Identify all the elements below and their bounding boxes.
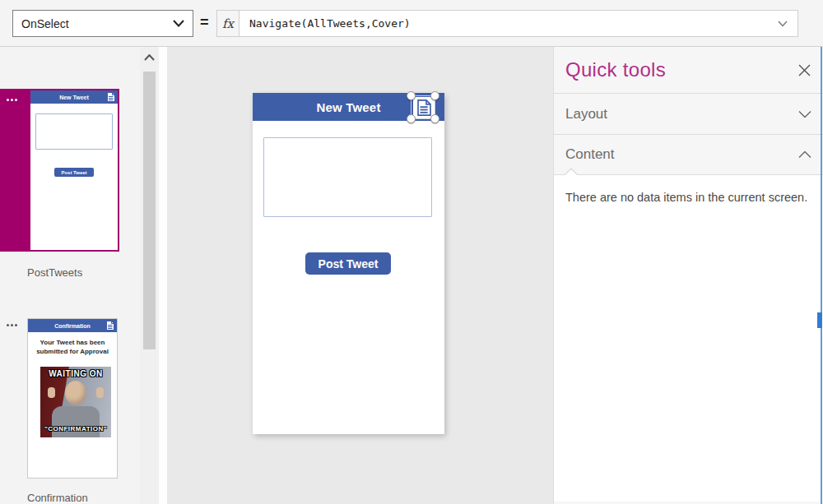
thumbnail-textbox (35, 113, 113, 150)
meme-top-caption: WAITING ON (40, 369, 111, 378)
app-screen-header-bar[interactable]: New Tweet (253, 93, 444, 121)
scroll-up-arrow-icon[interactable] (140, 50, 159, 65)
chevron-down-icon[interactable] (798, 110, 811, 118)
section-label: Layout (565, 106, 607, 123)
meme-bottom-caption: "CONFIRMATION" (40, 425, 111, 432)
tweet-text-input[interactable] (263, 137, 432, 217)
thumbnail-header-title: Confirmation (54, 323, 91, 329)
main-area: New Tweet Post Tweet PostTweets Confirma… (0, 47, 823, 504)
content-section-body: There are no data items in the current s… (554, 175, 823, 502)
meme-figure-hand (96, 387, 104, 398)
quick-tools-title: Quick tools (565, 58, 666, 81)
meme-figure-hand (48, 387, 55, 398)
selected-document-control[interactable] (411, 95, 435, 119)
no-data-items-message: There are no data items in the current s… (554, 175, 823, 220)
screen-thumbnail-confirmation[interactable]: Confirmation Your Tweet has been submitt… (27, 318, 118, 479)
meme-figure-body (52, 406, 100, 437)
section-content[interactable]: Content (554, 135, 823, 175)
formula-text: Navigate(AllTweets,Cover) (249, 17, 411, 30)
selection-handle[interactable] (407, 91, 416, 100)
selection-handle[interactable] (407, 114, 416, 123)
selection-handle[interactable] (430, 91, 439, 100)
screen-menu-icon[interactable] (7, 99, 17, 101)
scrollbar-thumb[interactable] (143, 72, 156, 349)
screens-panel-scrollbar[interactable] (140, 47, 159, 504)
formula-input[interactable]: Navigate(AllTweets,Cover) (239, 10, 798, 37)
thumbnail-header-bar: New Tweet (30, 90, 118, 104)
window-edge-scrollbar[interactable] (821, 47, 822, 504)
screen-name-confirmation[interactable]: Confirmation (27, 492, 88, 504)
chevron-up-icon[interactable] (798, 150, 811, 159)
post-tweet-button[interactable]: Post Tweet (305, 252, 391, 275)
fx-icon: fx (216, 10, 239, 37)
document-icon (106, 321, 114, 331)
section-notch (564, 168, 579, 175)
screens-panel: New Tweet Post Tweet PostTweets Confirma… (0, 47, 140, 504)
quick-tools-header: Quick tools (554, 47, 823, 94)
screen-thumbnail-posttweets[interactable]: New Tweet Post Tweet (29, 89, 119, 252)
document-icon (107, 92, 115, 102)
panel-canvas-gutter (159, 47, 167, 504)
app-screen-preview[interactable]: New Tweet Post Tweet (253, 93, 444, 434)
thumbnail-header-title: New Tweet (59, 95, 89, 100)
quick-tools-panel: Quick tools Layout Content There are n (553, 47, 823, 504)
screen-name-posttweets[interactable]: PostTweets (27, 266, 82, 279)
thumbnail-button: Post Tweet (54, 168, 94, 177)
equals-sign: = (200, 10, 209, 37)
chevron-down-icon[interactable] (778, 21, 788, 27)
formula-bar: OnSelect = fx Navigate(AllTweets,Cover) (0, 0, 823, 47)
design-canvas[interactable]: New Tweet Post Tweet (167, 47, 553, 504)
waiting-on-confirmation-meme-image: WAITING ON "CONFIRMATION" (40, 367, 111, 437)
meme-figure-head (65, 381, 86, 405)
property-dropdown[interactable]: OnSelect (12, 10, 193, 37)
section-label: Content (565, 146, 615, 163)
section-layout[interactable]: Layout (554, 94, 823, 135)
powerapps-studio-window: OnSelect = fx Navigate(AllTweets,Cover) … (0, 0, 823, 504)
window-edge-scrollbar-thumb[interactable] (817, 312, 822, 328)
close-icon[interactable] (797, 63, 811, 77)
selection-handle[interactable] (430, 114, 439, 123)
chevron-down-icon (173, 20, 184, 27)
app-screen-title: New Tweet (316, 100, 380, 114)
thumbnail-confirmation-text: Your Tweet has been submitted for Approv… (28, 338, 117, 356)
property-dropdown-value: OnSelect (21, 17, 69, 30)
screen-menu-icon[interactable] (7, 324, 17, 326)
thumbnail-header-bar: Confirmation (28, 319, 117, 332)
